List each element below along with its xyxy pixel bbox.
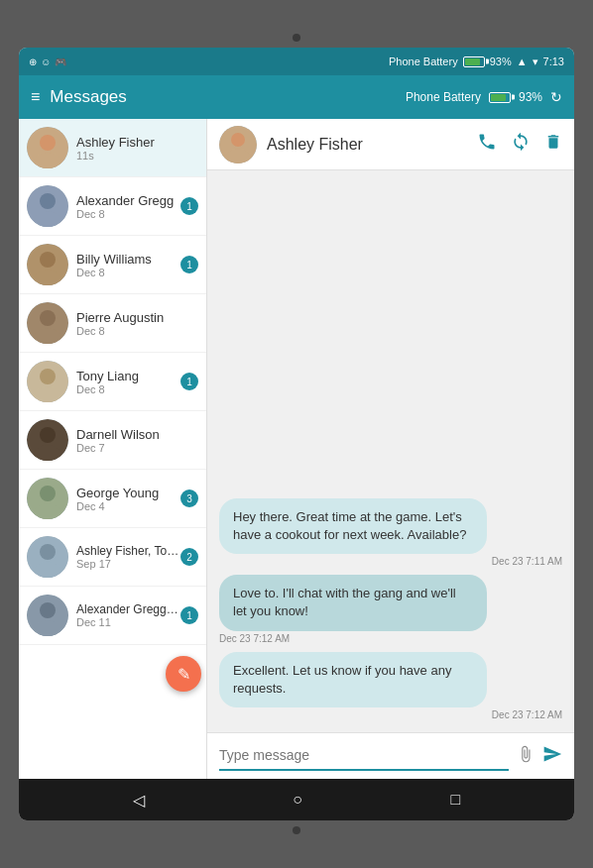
contact-date-4: Dec 8 [76,325,198,337]
svg-point-28 [231,133,245,147]
contact-info-8: Ashley Fisher, Tony Liang Sep 17 [76,544,180,570]
battery-label-toolbar: Phone Battery [406,90,481,104]
refresh-icon[interactable]: ↻ [550,89,562,105]
contact-item-6[interactable]: Darnell Wilson Dec 7 [19,411,206,470]
toolbar-title: Messages [50,87,396,107]
status-icon-3: 🎮 [55,56,66,67]
battery-fill [465,58,480,65]
contact-info-9: Alexander Gregg, Pierre Augustin Dec 11 [76,602,180,628]
wifi-icon: ▾ [533,55,538,68]
back-button[interactable]: ◁ [133,791,145,810]
message-group-3: Excellent. Let us know if you have any r… [219,652,562,720]
main-content: Ashley Fisher 11s Alexander Gregg Dec 8 … [19,119,574,779]
contact-item-3[interactable]: Billy Williams Dec 8 1 [19,236,206,294]
unread-badge-7: 3 [180,489,198,507]
status-left-icons: ⊕ ☺ 🎮 [29,56,66,67]
battery-percent: 93% [490,55,512,67]
send-icon[interactable] [542,744,562,769]
status-icon-1: ⊕ [29,56,37,67]
menu-icon[interactable]: ≡ [31,88,40,106]
svg-point-7 [40,252,56,268]
contact-info-5: Tony Liang Dec 8 [76,369,180,395]
home-button[interactable]: ○ [293,791,302,809]
avatar-2 [27,185,68,227]
message-bubble-2: Love to. I'll chat with the gang and we'… [219,575,487,630]
avatar-3 [27,244,68,285]
delete-icon[interactable] [544,133,562,156]
call-icon[interactable] [477,132,497,157]
unread-badge-5: 1 [180,373,198,390]
svg-point-10 [40,310,56,326]
contact-name-9: Alexander Gregg, Pierre Augustin [76,602,180,616]
avatar-7 [27,478,68,519]
avatar-6 [27,419,68,461]
message-input[interactable] [219,741,509,771]
message-bubble-1: Hey there. Great time at the game. Let's… [219,498,487,554]
status-right: Phone Battery 93% ▲ ▾ 7:13 [389,55,564,68]
toolbar: ≡ Messages Phone Battery 93% ↻ [19,75,574,119]
chat-input-row [219,741,562,771]
status-icon-2: ☺ [41,56,51,67]
contact-date-1: 11s [76,150,198,162]
contact-name-5: Tony Liang [76,369,180,383]
contact-date-5: Dec 8 [76,383,180,395]
message-time-1: Dec 23 7:11 AM [219,556,562,567]
compose-fab[interactable]: ✎ [166,656,201,692]
message-group-2: Love to. I'll chat with the gang and we'… [219,575,562,643]
contact-name-1: Ashley Fisher [76,135,198,150]
contact-item-8[interactable]: Ashley Fisher, Tony Liang Sep 17 2 [19,528,206,587]
toolbar-right: Phone Battery 93% ↻ [406,89,562,105]
contact-info-2: Alexander Gregg Dec 8 [76,193,180,220]
message-group-1: Hey there. Great time at the game. Let's… [219,498,562,567]
contact-info-1: Ashley Fisher 11s [76,135,198,162]
chat-panel: Ashley Fisher [207,119,574,779]
bottom-dot [293,826,300,834]
recents-button[interactable]: □ [451,791,461,809]
contact-item-7[interactable]: George Young Dec 4 3 [19,470,206,528]
contact-item-9[interactable]: Alexander Gregg, Pierre Augustin Dec 11 … [19,587,206,645]
sync-icon[interactable] [511,132,531,157]
svg-point-22 [40,544,56,560]
signal-icon: ▲ [517,55,528,67]
contact-info-7: George Young Dec 4 [76,486,180,512]
contact-date-7: Dec 4 [76,500,180,512]
battery-label: Phone Battery [389,55,458,67]
attach-icon[interactable] [517,745,534,768]
contact-date-6: Dec 7 [76,442,198,454]
contact-name-7: George Young [76,486,180,500]
chat-header: Ashley Fisher [207,119,574,170]
contact-date-9: Dec 11 [76,616,180,628]
unread-badge-3: 1 [180,256,198,273]
chat-messages: Hey there. Great time at the game. Let's… [207,170,574,732]
svg-point-1 [40,135,56,151]
message-time-2: Dec 23 7:12 AM [219,633,562,644]
nav-bar: ◁ ○ □ [19,779,574,820]
chat-input-area [207,732,574,779]
battery-fill-toolbar [491,94,506,101]
contact-item-4[interactable]: Pierre Augustin Dec 8 [19,294,206,353]
unread-badge-8: 2 [180,548,198,566]
message-bubble-3: Excellent. Let us know if you have any r… [219,652,487,707]
contact-name-2: Alexander Gregg [76,193,180,208]
contact-name-4: Pierre Augustin [76,310,198,325]
contact-name-3: Billy Williams [76,252,180,267]
contact-item-2[interactable]: Alexander Gregg Dec 8 1 [19,177,206,236]
battery-bar [463,56,485,67]
svg-point-19 [40,486,56,501]
svg-point-25 [40,602,56,618]
contact-date-2: Dec 8 [76,208,180,220]
avatar-5 [27,361,68,402]
contact-item-5[interactable]: Tony Liang Dec 8 1 [19,353,206,411]
svg-point-16 [40,427,56,443]
contact-date-3: Dec 8 [76,267,180,278]
contact-name-8: Ashley Fisher, Tony Liang [76,544,180,558]
contact-name-6: Darnell Wilson [76,427,198,442]
battery-bar-toolbar [489,92,511,103]
contact-info-6: Darnell Wilson Dec 7 [76,427,198,454]
status-bar: ⊕ ☺ 🎮 Phone Battery 93% ▲ ▾ 7:13 [19,48,574,75]
svg-point-4 [40,193,56,209]
device-wrapper: ⊕ ☺ 🎮 Phone Battery 93% ▲ ▾ 7:13 ≡ Messa… [19,48,574,820]
top-dot [293,34,300,42]
avatar-9 [27,595,68,636]
contact-item-1[interactable]: Ashley Fisher 11s [19,119,206,177]
